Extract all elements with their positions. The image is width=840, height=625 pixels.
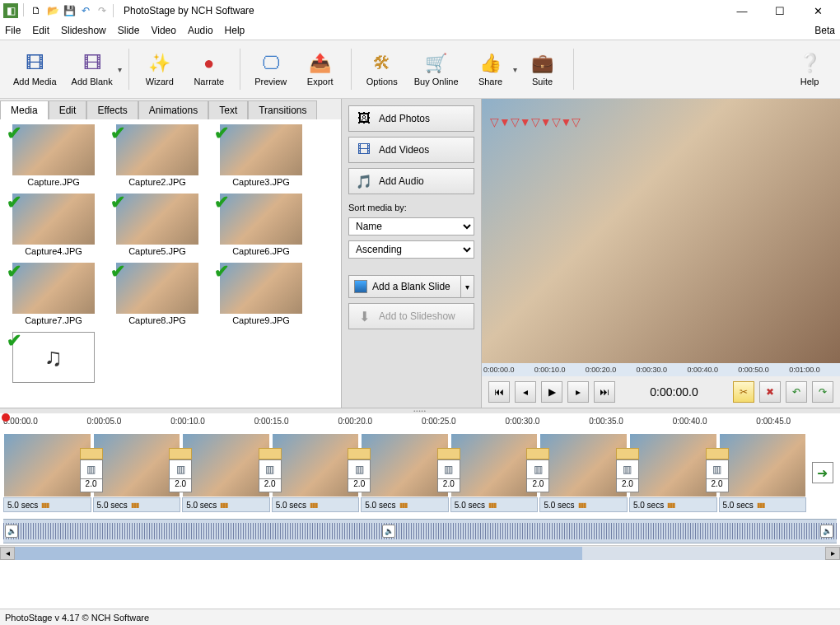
transition[interactable]: ▥2.0 xyxy=(616,448,639,492)
speaker-icon[interactable]: 🔈 xyxy=(820,525,833,538)
menu-slide[interactable]: Slide xyxy=(118,25,140,36)
add-blank-slide-dropdown[interactable]: ▾ xyxy=(461,275,474,298)
minimize-button[interactable]: — xyxy=(723,0,761,21)
share-dropdown[interactable]: ▾ xyxy=(513,65,517,74)
video-track[interactable]: 5.0 secs▮▮▮▥2.05.0 secs▮▮▮▥2.05.0 secs▮▮… xyxy=(0,428,840,517)
scroll-right-button[interactable]: ▸ xyxy=(825,547,840,560)
transition[interactable]: ▥2.0 xyxy=(80,448,103,492)
add-to-slideshow-button[interactable]: ⬇ Add to Slideshow xyxy=(348,303,474,329)
thumbnail-image xyxy=(220,194,302,245)
media-thumbnail[interactable]: ✔Capture5.JPG xyxy=(109,194,206,256)
cut-button[interactable]: ✂ xyxy=(733,381,754,403)
media-thumbnail[interactable]: ✔Capture.JPG xyxy=(5,124,102,187)
timeline-scrollbar[interactable]: ◂ ▸ xyxy=(0,545,840,560)
tab-media[interactable]: Media xyxy=(0,100,49,119)
timeline-clip[interactable]: 5.0 secs▮▮▮ xyxy=(719,433,807,512)
menu-edit[interactable]: Edit xyxy=(32,25,49,36)
speaker-icon[interactable]: 🔈 xyxy=(5,525,18,538)
share-button[interactable]: 👍 Share xyxy=(467,49,515,90)
add-blank-slide-button[interactable]: Add a Blank Slide ▾ xyxy=(348,275,474,298)
media-thumbnail-audio[interactable]: ✔♫ xyxy=(5,332,102,383)
clip-image xyxy=(629,433,717,497)
media-thumbnail[interactable]: ✔Capture4.JPG xyxy=(5,194,102,256)
add-clip-button[interactable]: ➜ xyxy=(808,433,837,512)
transition[interactable]: ▥2.0 xyxy=(259,448,282,492)
wizard-button[interactable]: ✨ Wizard xyxy=(136,49,184,90)
menu-audio[interactable]: Audio xyxy=(188,25,213,36)
menu-video[interactable]: Video xyxy=(151,25,175,36)
options-button[interactable]: 🛠 Options xyxy=(358,49,406,90)
export-button[interactable]: 📤 Export xyxy=(296,49,344,90)
ruler-mark: 0:00:05.0 xyxy=(87,417,168,426)
timeline-clip[interactable]: 5.0 secs▮▮▮▥2.0 xyxy=(450,433,539,512)
sort-direction-select[interactable]: Ascending xyxy=(348,240,474,259)
tab-transitions[interactable]: Transitions xyxy=(248,100,317,119)
media-thumbnail[interactable]: ✔Capture3.JPG xyxy=(212,124,310,187)
undo-playbar-button[interactable]: ↶ xyxy=(786,381,807,403)
suite-button[interactable]: 💼 Suite xyxy=(519,49,567,90)
scroll-thumb[interactable] xyxy=(15,547,582,560)
transition[interactable]: ▥2.0 xyxy=(348,448,371,492)
timeline-clip[interactable]: 5.0 secs▮▮▮▥2.0 xyxy=(361,433,449,512)
redo-playbar-button[interactable]: ↷ xyxy=(812,381,833,403)
timeline-clip[interactable]: 5.0 secs▮▮▮▥2.0 xyxy=(93,433,181,512)
undo-icon[interactable]: ↶ xyxy=(78,3,93,18)
last-frame-button[interactable]: ⏭ xyxy=(594,381,615,403)
transition[interactable]: ▥2.0 xyxy=(526,448,549,492)
preview-button[interactable]: 🖵 Preview xyxy=(247,49,295,90)
add-videos-button[interactable]: 🎞 Add Videos xyxy=(348,137,474,163)
transition-icon: ▥ xyxy=(526,459,549,479)
add-blank-dropdown[interactable]: ▾ xyxy=(118,65,122,74)
delete-button[interactable]: ✖ xyxy=(759,381,781,403)
media-thumbnail[interactable]: ✔Capture8.JPG xyxy=(109,263,206,325)
cart-icon: 🛒 xyxy=(425,52,448,75)
menu-file[interactable]: File xyxy=(5,25,21,36)
transition[interactable]: ▥2.0 xyxy=(437,448,460,492)
next-frame-button[interactable]: ▸ xyxy=(567,381,589,403)
speaker-icon[interactable]: 🔈 xyxy=(382,525,395,538)
media-thumbnail[interactable]: ✔Capture6.JPG xyxy=(212,194,310,256)
help-button[interactable]: ❔ Help xyxy=(786,49,833,90)
media-thumbnail[interactable]: ✔Capture9.JPG xyxy=(212,263,310,325)
scroll-track[interactable] xyxy=(15,547,825,560)
new-icon[interactable]: 🗋 xyxy=(29,3,44,18)
thumbnail-name: Capture3.JPG xyxy=(232,177,290,187)
buy-online-button[interactable]: 🛒 Buy Online xyxy=(408,49,465,90)
menu-help[interactable]: Help xyxy=(225,25,245,36)
menu-slideshow[interactable]: Slideshow xyxy=(61,25,106,36)
close-button[interactable]: ✕ xyxy=(799,0,837,21)
tab-edit[interactable]: Edit xyxy=(49,100,87,119)
add-audio-button[interactable]: 🎵 Add Audio xyxy=(348,168,474,194)
open-icon[interactable]: 📂 xyxy=(45,3,60,18)
timeline-clip[interactable]: 5.0 secs▮▮▮▥2.0 xyxy=(629,433,717,512)
narrate-button[interactable]: ● Narrate xyxy=(185,49,233,90)
first-frame-button[interactable]: ⏮ xyxy=(488,381,510,403)
maximize-button[interactable]: ☐ xyxy=(761,0,799,21)
media-thumbnail[interactable]: ✔Capture7.JPG xyxy=(5,263,102,325)
playhead-icon[interactable] xyxy=(2,413,10,422)
tab-animations[interactable]: Animations xyxy=(138,100,208,119)
timeline-ruler[interactable]: 0:00:00.00:00:05.00:00:10.00:00:15.00:00… xyxy=(0,413,840,428)
clip-duration: 5.0 secs▮▮▮ xyxy=(450,497,539,512)
tab-text[interactable]: Text xyxy=(208,100,248,119)
transition[interactable]: ▥2.0 xyxy=(706,448,729,492)
scroll-left-button[interactable]: ◂ xyxy=(0,547,15,560)
prev-frame-button[interactable]: ◂ xyxy=(515,381,536,403)
media-thumbnail[interactable]: ✔Capture2.JPG xyxy=(109,124,206,187)
add-blank-button[interactable]: 🎞 Add Blank xyxy=(65,49,119,90)
timeline-clip[interactable]: 5.0 secs▮▮▮▥2.0 xyxy=(272,433,360,512)
timeline-clip[interactable]: 5.0 secs▮▮▮▥2.0 xyxy=(539,433,628,512)
transition[interactable]: ▥2.0 xyxy=(169,448,192,492)
media-bin[interactable]: ✔Capture.JPG✔Capture2.JPG✔Capture3.JPG✔C… xyxy=(0,119,341,408)
save-icon[interactable]: 💾 xyxy=(62,3,77,18)
beta-label: Beta xyxy=(814,25,835,36)
add-photos-button[interactable]: 🖼 Add Photos xyxy=(348,105,474,132)
timeline-clip[interactable]: 5.0 secs▮▮▮▥2.0 xyxy=(3,433,91,512)
play-button[interactable]: ▶ xyxy=(541,381,562,403)
add-media-button[interactable]: 🎞 Add Media xyxy=(7,49,63,90)
timeline-clip[interactable]: 5.0 secs▮▮▮▥2.0 xyxy=(182,433,270,512)
tab-effects[interactable]: Effects xyxy=(86,100,138,119)
redo-icon[interactable]: ↷ xyxy=(95,3,110,18)
audio-track[interactable]: 🔈 🔈 🔈 xyxy=(3,519,837,543)
sort-field-select[interactable]: Name xyxy=(348,217,474,236)
